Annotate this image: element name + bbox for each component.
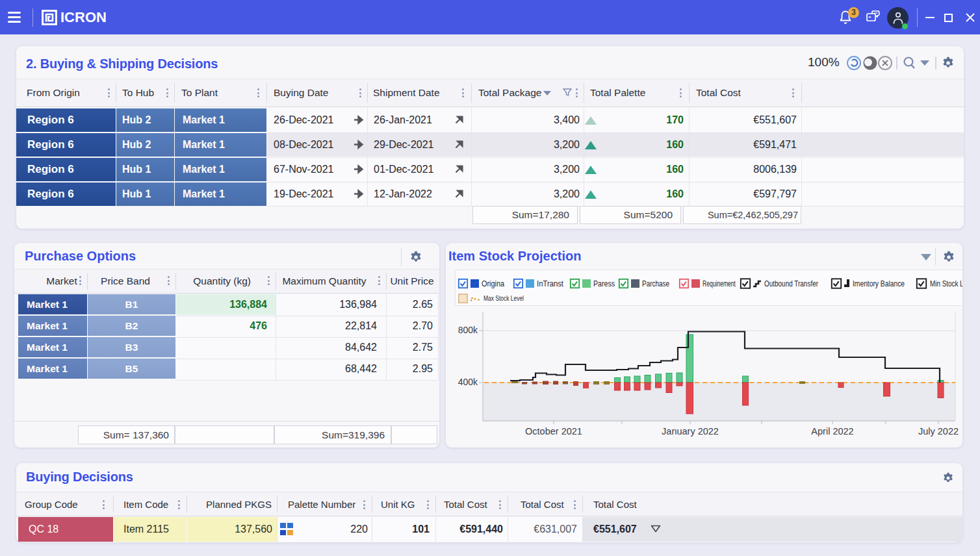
svg-text:January 2022: January 2022: [662, 426, 719, 436]
svg-text:Parchase: Parchase: [642, 279, 669, 288]
svg-text:Paress: Paress: [593, 279, 615, 288]
svg-text:InTranst: InTranst: [537, 279, 564, 288]
svg-text:Imentory Balance: Imentory Balance: [853, 279, 905, 288]
svg-text:Requinement: Requinement: [703, 279, 736, 288]
svg-text:July 2022: July 2022: [918, 426, 959, 436]
svg-text:Outbound Transfer: Outbound Transfer: [764, 279, 818, 288]
svg-text:April 2022: April 2022: [811, 426, 853, 436]
svg-text:Max Stock Level: Max Stock Level: [484, 294, 524, 302]
svg-text:October 2021: October 2021: [525, 426, 582, 436]
svg-text:Origina: Origina: [482, 279, 504, 288]
svg-text:400k: 400k: [458, 377, 478, 387]
svg-text:800k: 800k: [458, 325, 478, 335]
svg-text:Min Stock Lev: Min Stock Lev: [930, 279, 962, 288]
